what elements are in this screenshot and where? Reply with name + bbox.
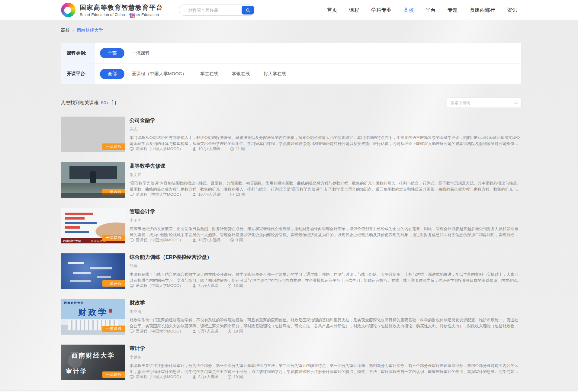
- logo-mark-text: 智慧高教: [130, 13, 135, 18]
- course-thumbnail[interactable]: 一流课程: [61, 253, 125, 289]
- course-meta: 爱课程（中国大学MOOC） 5万+人选课 18 周: [130, 329, 522, 335]
- course-platform: 爱课程（中国大学MOOC）: [130, 192, 183, 197]
- course-duration: 13 周: [227, 283, 243, 288]
- clock-icon: [230, 238, 234, 242]
- course-info: 管理会计学 李玉周 随着市场经济的发展繁荣，企业竞争日益激烈，财务转型势在必行。…: [130, 208, 522, 243]
- keyword-search-box: [447, 98, 522, 108]
- logo-text: 国家高等教育智慧教育平台 Smart Education of China · …: [80, 3, 163, 17]
- course-title[interactable]: 综合能力训练（ERP模拟经营沙盘）: [130, 254, 522, 261]
- breadcrumb-root[interactable]: 高校: [61, 27, 70, 33]
- filter-category-all-button[interactable]: 全部: [100, 48, 124, 58]
- course-title[interactable]: 审计学: [130, 345, 522, 352]
- course-teacher: 许志: [130, 127, 522, 132]
- course-list: 一流课程 公司金融学 许志 本门课程从公司这种所有制形式入手，解读公司的投资决策…: [61, 117, 522, 380]
- nav-item-news[interactable]: 资讯: [507, 7, 517, 14]
- course-title[interactable]: 财政学: [130, 299, 522, 306]
- monitor-icon: [130, 375, 134, 379]
- main-content: 高校 › 西南财经大学 课程类别: 全部 一流课程 开课平台: 全部 爱课程（中…: [61, 20, 522, 390]
- site-title: 国家高等教育智慧教育平台: [80, 3, 163, 12]
- filter-platform-all-button[interactable]: 全部: [100, 69, 124, 79]
- thumbnail-text-secondary: 财政学: [78, 307, 108, 318]
- breadcrumb-current[interactable]: 西南财经大学: [77, 27, 103, 33]
- course-thumbnail[interactable]: 西南财经大学 财政学 一流课程: [61, 299, 125, 335]
- course-meta: 爱课程（中国大学MOOC） 7万+人选课 13 周: [130, 283, 522, 289]
- filter-platform-haodaxue[interactable]: 好大学在线: [264, 71, 286, 77]
- course-platform: 爱课程（中国大学MOOC）: [130, 283, 183, 288]
- global-search-input[interactable]: [179, 8, 242, 13]
- filter-category-first-class[interactable]: 一流课程: [132, 50, 150, 56]
- course-platform: 爱课程（中国大学MOOC）: [130, 374, 183, 380]
- nav-item-disciplines[interactable]: 学科专业: [371, 7, 392, 14]
- person-icon: [192, 192, 196, 197]
- monitor-icon: [130, 284, 134, 288]
- course-platform: 爱课程（中国大学MOOC）: [130, 329, 183, 334]
- course-title[interactable]: 高等数学先修课: [130, 162, 522, 169]
- course-info: 公司金融学 许志 本门课程从公司这种所有制形式入手，解读公司的投资决策、融资决策…: [130, 117, 522, 152]
- course-card: 西南财经大学 财政学 一流课程 财政学 周克清 财政学作为一门重要的经济理论学科…: [61, 299, 522, 335]
- chevron-right-icon: ›: [72, 28, 74, 33]
- course-title[interactable]: 公司金融学: [130, 117, 522, 124]
- site-subtitle: Smart Education of China · Higher Educat…: [80, 13, 163, 17]
- nav-item-platforms[interactable]: 平台: [425, 7, 436, 14]
- course-card: 一流课程 公司金融学 许志 本门课程从公司这种所有制形式入手，解读公司的投资决策…: [61, 117, 522, 152]
- filter-platform-xueyin[interactable]: 学银在线: [232, 71, 250, 77]
- global-search-button[interactable]: [242, 6, 254, 14]
- course-platform: 爱课程（中国大学MOOC）: [130, 237, 183, 243]
- course-thumbnail[interactable]: 西南财经大学 管理会计学 一流课程: [61, 208, 125, 243]
- page: 智慧高教 国家高等教育智慧教育平台 Smart Education of Chi…: [0, 0, 578, 392]
- course-enrollment: 10万+人选课: [192, 237, 220, 243]
- course-enrollment: 5万+人选课: [192, 329, 218, 334]
- thumbnail-text-primary: 西南财经大学: [64, 301, 84, 305]
- nav-item-courses[interactable]: 课程: [349, 7, 359, 14]
- filter-row-category: 课程类别: 全部 一流课程: [61, 43, 521, 63]
- person-icon: [192, 284, 196, 288]
- clock-icon: [227, 284, 232, 288]
- search-icon: [246, 8, 250, 13]
- nav-item-topics[interactable]: 专题: [448, 7, 458, 14]
- course-thumbnail[interactable]: 西南财经大学 审计学 一流课程: [61, 345, 125, 380]
- course-thumbnail[interactable]: 一流课程: [61, 117, 125, 152]
- course-teacher: 李玉周: [130, 218, 522, 223]
- course-description: “高等数学先修课”内容包括函数的概念与性质、反函数、分段函数、初等函数、常用的经…: [130, 180, 522, 192]
- filter-platform-icourse[interactable]: 爱课程（中国大学MOOC）: [132, 71, 187, 77]
- course-info: 高等数学先修课 朱文莉 “高等数学先修课”内容包括函数的概念与性质、反函数、分段…: [130, 162, 522, 198]
- course-card: 西南财经大学 管理会计学 一流课程 管理会计学 李玉周 随着市场经济的发展繁荣，…: [61, 208, 522, 243]
- person-icon: [192, 238, 196, 242]
- course-teacher: 邹燕: [130, 263, 522, 269]
- course-meta: 爱课程（中国大学MOOC） 3万+人选课 19 周: [130, 374, 522, 380]
- course-enrollment: 10万+人选课: [192, 146, 220, 152]
- filter-label-platform: 开课平台:: [61, 64, 95, 84]
- main-nav: 首页 课程 学科专业 高校 平台 专题 慕课西部行 资讯: [327, 0, 517, 20]
- nav-item-mooc-west[interactable]: 慕课西部行: [470, 7, 495, 14]
- course-description: 随着市场经济的发展繁荣，企业竞争日益激烈，财务转型势在必行。建立和完善现代企业制…: [130, 226, 522, 237]
- results-summary: 为您找到相关课程 50+ 门: [61, 100, 116, 106]
- first-class-course-badge: 一流课程: [102, 371, 125, 378]
- filter-platform-xuetang[interactable]: 学堂在线: [200, 71, 218, 77]
- platform-logo[interactable]: 智慧高教 国家高等教育智慧教育平台 Smart Education of Chi…: [61, 3, 163, 17]
- course-thumbnail[interactable]: 一流课程: [61, 162, 125, 198]
- course-info: 综合能力训练（ERP模拟经营沙盘） 邹燕 本课程是线上与线下结合的混合式教学设计…: [130, 253, 522, 289]
- filter-label-category: 课程类别:: [61, 43, 95, 63]
- course-card: 一流课程 高等数学先修课 朱文莉 “高等数学先修课”内容包括函数的概念与性质、反…: [61, 162, 522, 198]
- course-duration: 13 周: [230, 192, 245, 197]
- course-meta: 爱课程（中国大学MOOC） 10万+人选课 11 周: [130, 146, 522, 152]
- course-platform: 爱课程（中国大学MOOC）: [130, 146, 183, 152]
- thumbnail-text-secondary: 审计学: [66, 367, 88, 375]
- global-search-box: [179, 5, 255, 16]
- nav-item-home[interactable]: 首页: [327, 7, 337, 14]
- nav-item-universities[interactable]: 高校: [403, 7, 414, 14]
- keyword-search-input[interactable]: [447, 98, 522, 108]
- clock-icon: [227, 375, 232, 379]
- course-enrollment: 7万+人选课: [192, 283, 218, 288]
- course-title[interactable]: 管理会计学: [130, 208, 522, 215]
- filter-options-platform: 全部 爱课程（中国大学MOOC） 学堂在线 学银在线 好大学在线: [95, 64, 286, 84]
- results-suffix: 门: [111, 100, 116, 105]
- course-duration: 18 周: [227, 329, 243, 334]
- person-icon: [192, 329, 196, 333]
- course-enrollment: 3万+人选课: [192, 374, 218, 380]
- course-duration: 11 周: [230, 146, 245, 152]
- search-icon[interactable]: [514, 100, 519, 105]
- breadcrumb: 高校 › 西南财经大学: [61, 27, 522, 33]
- course-teacher: 周克清: [130, 309, 522, 314]
- clock-icon: [230, 147, 234, 151]
